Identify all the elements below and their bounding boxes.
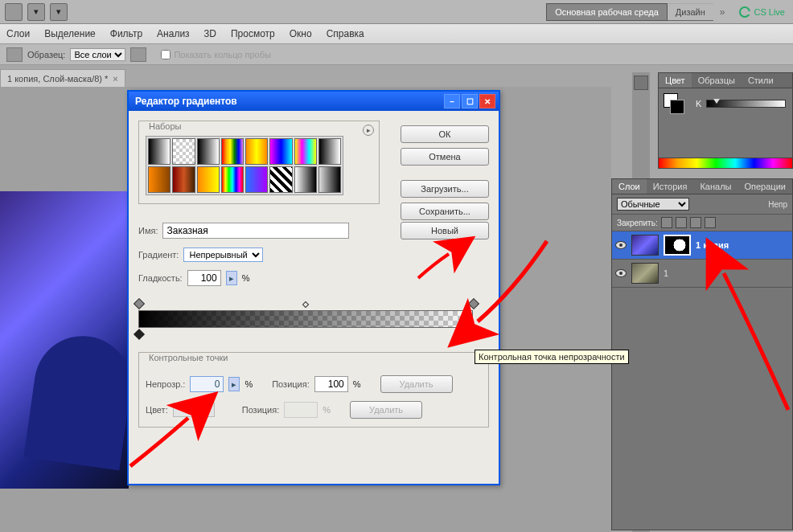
cs-live-label: CS Live — [754, 7, 785, 17]
sample-layers-select[interactable]: Все слои — [70, 48, 125, 61]
opacity-stepper[interactable]: ▸ — [228, 377, 240, 391]
lock-brush-icon[interactable] — [676, 217, 687, 228]
presets-menu-icon[interactable]: ▸ — [363, 125, 374, 136]
app-icon[interactable] — [5, 3, 23, 21]
close-button[interactable]: ✕ — [479, 94, 495, 108]
layer-name[interactable]: 1 копия — [696, 240, 729, 250]
arrange-docs-icon[interactable]: ▾ — [50, 3, 68, 21]
menu-help[interactable]: Справка — [327, 28, 364, 39]
tab-color[interactable]: Цвет — [659, 73, 692, 88]
blend-mode-select[interactable]: Обычные — [617, 198, 689, 211]
dock-item-icon[interactable] — [634, 76, 648, 90]
gradient-name-input[interactable] — [162, 223, 349, 239]
percent-label: % — [244, 379, 253, 389]
show-ring-checkbox[interactable] — [161, 50, 171, 59]
smoothness-label: Гладкость: — [138, 273, 183, 283]
gradient-preset[interactable] — [197, 166, 220, 193]
new-button[interactable]: Новый — [401, 222, 489, 239]
delete-color-stop-button: Удалить — [350, 401, 422, 419]
gradient-preset[interactable] — [221, 166, 244, 193]
tooltip: Контрольная точка непрозрачности — [475, 350, 629, 364]
document-tab-title: 1 копия, Слой-маска/8) * — [7, 74, 108, 84]
gradient-preset[interactable] — [318, 138, 341, 165]
menu-view[interactable]: Просмотр — [231, 28, 275, 39]
workspace-design-button[interactable]: Дизайн — [668, 3, 713, 21]
tab-history[interactable]: История — [647, 179, 694, 194]
lock-pixels-icon[interactable] — [661, 217, 672, 228]
load-button[interactable]: Загрузить... — [401, 180, 489, 198]
background-swatch[interactable] — [670, 100, 684, 114]
layer-thumbnail[interactable] — [631, 263, 659, 284]
gradient-preset[interactable] — [294, 166, 317, 193]
tab-channels[interactable]: Каналы — [693, 179, 738, 194]
gradient-type-label: Градиент: — [138, 250, 179, 260]
tab-actions[interactable]: Операции — [738, 179, 791, 194]
minimize-button[interactable]: – — [444, 94, 460, 108]
position-input[interactable] — [314, 376, 348, 392]
gradient-preset[interactable] — [245, 138, 268, 165]
menu-selection[interactable]: Выделение — [44, 28, 96, 39]
smoothness-stepper[interactable]: ▸ — [226, 271, 237, 285]
lock-all-icon[interactable] — [705, 217, 716, 228]
menu-analysis[interactable]: Анализ — [157, 28, 190, 39]
color-ramp[interactable] — [658, 158, 793, 169]
workspace-more-icon[interactable]: » — [713, 6, 732, 18]
k-slider[interactable] — [706, 100, 786, 108]
gradient-preset[interactable] — [148, 138, 171, 165]
document-tab[interactable]: 1 копия, Слой-маска/8) * × — [0, 69, 125, 87]
tab-layers[interactable]: Слои — [612, 179, 647, 194]
midpoint-marker[interactable] — [302, 301, 309, 308]
color-stop-left[interactable] — [134, 329, 142, 339]
lock-position-icon[interactable] — [690, 217, 701, 228]
menu-filter[interactable]: Фильтр — [110, 28, 142, 39]
visibility-icon[interactable] — [615, 241, 627, 249]
save-button[interactable]: Сохранить... — [401, 203, 489, 220]
gradient-preset[interactable] — [269, 138, 292, 165]
cancel-button[interactable]: Отмена — [401, 148, 489, 166]
tool-preset-icon[interactable] — [6, 47, 23, 62]
fg-bg-swatch[interactable] — [664, 93, 684, 114]
opacity-stop-right[interactable] — [469, 299, 477, 309]
layer-name[interactable]: 1 — [664, 268, 668, 278]
close-icon[interactable]: × — [113, 74, 117, 84]
menu-window[interactable]: Окно — [290, 28, 312, 39]
opacity-label: Непр — [768, 200, 787, 209]
mask-thumbnail[interactable] — [664, 235, 691, 256]
gradient-preset[interactable] — [318, 166, 341, 193]
screen-mode-icon[interactable]: ▾ — [27, 3, 45, 21]
menu-layers[interactable]: Слои — [6, 28, 30, 39]
layer-row[interactable]: 1 — [612, 260, 792, 288]
menu-3d[interactable]: 3D — [204, 28, 216, 39]
gradient-preset[interactable] — [148, 166, 171, 193]
gradient-preset[interactable] — [221, 138, 244, 165]
dialog-title-bar[interactable]: Редактор градиентов – ☐ ✕ — [129, 92, 499, 111]
opacity-input[interactable] — [190, 376, 224, 392]
color-stop-right[interactable] — [469, 329, 477, 339]
gradient-preset[interactable] — [294, 138, 317, 165]
layer-thumbnail[interactable] — [631, 235, 659, 256]
opacity-stop-left[interactable] — [134, 299, 142, 309]
sample-extra-icon[interactable] — [130, 47, 146, 62]
gradient-type-select[interactable]: Непрерывный — [183, 248, 263, 262]
title-bar: ▾ ▾ Основная рабочая среда Дизайн » CS L… — [0, 0, 793, 24]
gradient-preset[interactable] — [269, 166, 292, 193]
sample-label: Образец: — [27, 50, 65, 59]
smoothness-input[interactable] — [187, 270, 221, 286]
show-ring-label: Показать кольцо пробы — [174, 50, 271, 59]
dialog-title: Редактор градиентов — [132, 96, 442, 107]
gradient-preset[interactable] — [172, 166, 195, 193]
workspace-essentials-button[interactable]: Основная рабочая среда — [546, 3, 668, 21]
maximize-button[interactable]: ☐ — [462, 94, 478, 108]
position2-label: Позиция: — [242, 405, 280, 415]
tab-styles[interactable]: Стили — [742, 73, 780, 88]
gradient-bar[interactable] — [138, 299, 473, 336]
tab-swatches[interactable]: Образцы — [692, 73, 742, 88]
gradient-preset[interactable] — [172, 138, 195, 165]
visibility-icon[interactable] — [615, 269, 627, 277]
layer-row[interactable]: 1 копия — [612, 231, 792, 260]
cs-live-button[interactable]: CS Live — [736, 5, 788, 19]
gradient-preset[interactable] — [245, 166, 268, 193]
gradient-preset[interactable] — [197, 138, 220, 165]
percent-label: % — [323, 405, 331, 415]
ok-button[interactable]: ОК — [401, 125, 489, 143]
